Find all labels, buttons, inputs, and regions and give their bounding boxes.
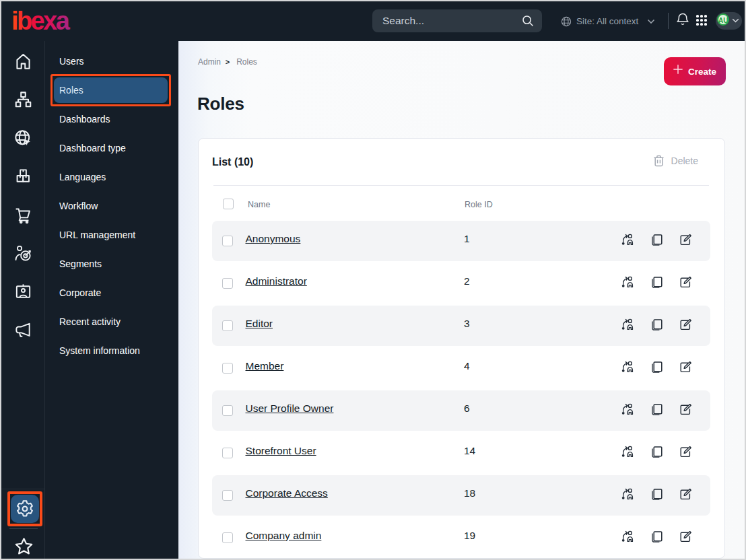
svg-text:ibexa: ibexa <box>11 7 71 32</box>
